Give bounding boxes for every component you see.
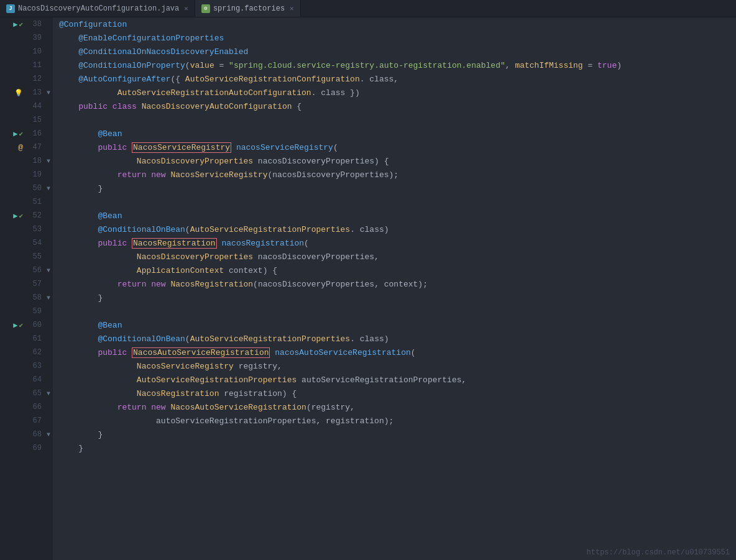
gutter-row: 69 (0, 441, 53, 455)
token: (nacosDiscoveryProperties, context); (253, 280, 428, 289)
fold-gutter[interactable]: ▼ (47, 390, 53, 397)
token: ( (185, 225, 190, 234)
code-line: ApplicationContext context) { (56, 264, 736, 277)
gutter-row: 66 (0, 400, 53, 414)
at-icon: @ (18, 143, 23, 152)
code-line: @ConditionalOnProperty(value = "spring.c… (56, 58, 736, 72)
token (59, 34, 78, 43)
run-icon[interactable]: ▶ (13, 211, 17, 221)
code-line: } (56, 428, 736, 441)
token (59, 321, 98, 330)
token (59, 75, 78, 84)
line-number: 13 (25, 88, 47, 97)
fold-icon[interactable]: ▼ (47, 90, 50, 96)
code-line: @ConditionalOnBean(AutoServiceRegistrati… (56, 223, 736, 236)
code-line: @ConditionalOnBean(AutoServiceRegistrati… (56, 332, 736, 346)
run-icon[interactable]: ▶ (13, 321, 17, 330)
token: , (505, 61, 515, 70)
gutter-row: 44 (0, 99, 53, 113)
code-line (56, 305, 736, 318)
line-number: 58 (25, 293, 47, 302)
token (59, 102, 78, 111)
line-number: 67 (25, 416, 47, 425)
tab-factories[interactable]: ⚙ spring.factories ✕ (195, 0, 301, 17)
token: = (583, 61, 597, 70)
token: . class) (350, 225, 389, 234)
line-number: 51 (25, 198, 47, 206)
fold-gutter[interactable]: ▼ (47, 185, 53, 192)
token: (nacosDiscoveryProperties); (268, 170, 399, 180)
token (59, 280, 117, 289)
fold-icon[interactable]: ▼ (47, 431, 50, 438)
line-number: 69 (25, 444, 47, 452)
fold-gutter[interactable]: ▼ (47, 431, 53, 438)
token: NacosAutoServiceRegistration (170, 403, 306, 412)
gutter-row: 64 (0, 373, 53, 387)
token: @ConditionalOnBean (98, 225, 185, 234)
line-number: 55 (25, 252, 47, 261)
code-line: return new NacosRegistration(nacosDiscov… (56, 277, 736, 291)
token (166, 170, 171, 180)
line-number: 39 (25, 34, 47, 42)
code-content[interactable]: @Configuration @EnableConfigurationPrope… (53, 17, 736, 560)
gutter-row: ▶✔ 38 (0, 17, 53, 31)
close-java-tab[interactable]: ✕ (184, 4, 188, 12)
token: AutoServiceRegistrationProperties (190, 334, 350, 344)
token: "spring.cloud.service-registry.auto-regi… (229, 61, 505, 70)
token: @ConditionalOnProperty (78, 61, 185, 70)
token: } (59, 430, 103, 439)
fold-gutter[interactable]: ▼ (47, 267, 53, 274)
token (59, 239, 98, 248)
token (59, 225, 98, 234)
gutter-icons: 💡 (0, 89, 25, 97)
code-line: } (56, 441, 736, 455)
fold-icon[interactable]: ▼ (47, 390, 50, 397)
gutter-icons: ▶✔ (0, 20, 25, 29)
token (59, 348, 98, 357)
fold-icon[interactable]: ▼ (47, 267, 50, 274)
line-number: 62 (25, 348, 47, 357)
token: } (59, 184, 103, 193)
run-icon[interactable]: ▶ (13, 129, 17, 139)
code-line: @Bean (56, 318, 736, 332)
token: NacosServiceRegistry (170, 170, 267, 180)
gutter-row: 11 (0, 58, 53, 72)
token: public (78, 102, 108, 111)
line-number: 65 (25, 389, 47, 398)
line-number: 12 (25, 75, 47, 83)
line-number: 19 (25, 170, 47, 179)
code-line: return new NacosAutoServiceRegistration(… (56, 400, 736, 414)
fold-icon[interactable]: ▼ (47, 295, 50, 301)
token (59, 47, 78, 57)
token: NacosServiceRegistry (137, 362, 234, 371)
token: ) (617, 61, 622, 70)
token: @Configuration (59, 20, 127, 29)
run-icon[interactable]: ▶ (13, 20, 17, 29)
check-icon: ✔ (19, 212, 23, 220)
fold-gutter[interactable]: ▼ (47, 158, 53, 165)
fold-icon[interactable]: ▼ (47, 158, 50, 165)
fold-gutter[interactable]: ▼ (47, 295, 53, 301)
close-factories-tab[interactable]: ✕ (290, 4, 294, 12)
gutter-row: 19 (0, 168, 53, 181)
line-number: 63 (25, 362, 47, 370)
line-number: 10 (25, 47, 47, 56)
gutter-row: 57 (0, 277, 53, 291)
token: ( (185, 334, 190, 344)
token: context) { (224, 266, 277, 275)
line-number: 38 (25, 20, 47, 29)
token (59, 129, 98, 139)
bulb-icon[interactable]: 💡 (14, 89, 23, 97)
fold-gutter[interactable]: ▼ (47, 90, 53, 96)
line-number: 44 (25, 102, 47, 111)
gutter-row: 39 (0, 31, 53, 45)
tab-java[interactable]: J NacosDiscoveryAutoConfiguration.java ✕ (0, 0, 195, 17)
token: nacosRegistration (221, 239, 304, 248)
code-line: } (56, 181, 736, 195)
token: nacosDiscoveryProperties) { (253, 157, 389, 166)
code-line: NacosDiscoveryProperties nacosDiscoveryP… (56, 154, 736, 168)
token (146, 403, 151, 412)
token: nacosDiscoveryProperties, (253, 252, 379, 262)
token: ( (333, 143, 338, 152)
fold-icon[interactable]: ▼ (47, 185, 50, 192)
